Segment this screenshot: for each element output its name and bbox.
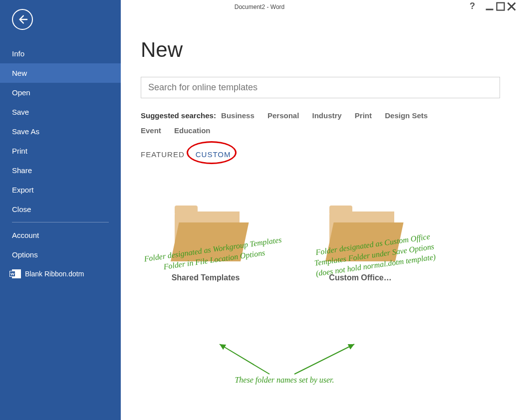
suggested-searches: Suggested searches: Business Personal In…: [141, 108, 499, 138]
main-panel: New Suggested searches: Business Persona…: [121, 0, 519, 420]
tab-featured[interactable]: FEATURED: [141, 147, 185, 162]
sidebar-item-new[interactable]: New: [0, 63, 121, 83]
window-title: Document2 - Word: [235, 3, 284, 10]
sidebar-item-print[interactable]: Print: [0, 141, 121, 161]
folder-custom-office[interactable]: Custom Office…: [310, 211, 410, 282]
search-box[interactable]: [141, 77, 500, 98]
suggested-link-personal[interactable]: Personal: [267, 111, 299, 120]
folder-caption: Custom Office…: [329, 273, 391, 282]
sidebar-item-saveas[interactable]: Save As: [0, 122, 121, 141]
word-file-icon: [12, 269, 21, 278]
page-title: New: [141, 38, 499, 62]
minimize-button[interactable]: [485, 2, 494, 11]
folder-caption: Shared Templates: [172, 273, 240, 282]
suggested-link-industry[interactable]: Industry: [312, 111, 342, 120]
help-icon[interactable]: ?: [470, 1, 475, 11]
folder-icon: [171, 211, 241, 261]
suggested-link-event[interactable]: Event: [141, 126, 161, 135]
sidebar-item-open[interactable]: Open: [0, 83, 121, 102]
search-input[interactable]: [148, 82, 493, 93]
folder-icon: [325, 211, 395, 261]
suggested-link-designsets[interactable]: Design Sets: [385, 111, 428, 120]
tab-custom-label: CUSTOM: [196, 150, 231, 159]
svg-rect-1: [497, 2, 505, 10]
sidebar-item-close[interactable]: Close: [0, 200, 121, 219]
sidebar-item-options[interactable]: Options: [0, 245, 121, 264]
sidebar-item-account[interactable]: Account: [0, 225, 121, 245]
sidebar: Info New Open Save Save As Print Share E…: [0, 0, 121, 420]
folders-row: Shared Templates Custom Office…: [156, 211, 499, 282]
sidebar-divider: [12, 222, 109, 222]
recent-file-label: Blank Ribbon.dotm: [25, 270, 84, 278]
suggested-label: Suggested searches:: [141, 111, 216, 120]
titlebar: Document2 - Word ?: [0, 0, 519, 14]
suggested-link-education[interactable]: Education: [174, 126, 211, 135]
sidebar-item-save[interactable]: Save: [0, 102, 121, 122]
sidebar-item-share[interactable]: Share: [0, 161, 121, 180]
tab-custom[interactable]: CUSTOM: [196, 147, 231, 162]
suggested-link-print[interactable]: Print: [355, 111, 372, 120]
template-tabs: FEATURED CUSTOM: [141, 147, 499, 162]
maximize-button[interactable]: [496, 2, 505, 11]
suggested-link-business[interactable]: Business: [221, 111, 255, 120]
folder-shared-templates[interactable]: Shared Templates: [156, 211, 256, 282]
sidebar-item-info[interactable]: Info: [0, 44, 121, 63]
recent-file[interactable]: Blank Ribbon.dotm: [0, 264, 121, 283]
sidebar-item-export[interactable]: Export: [0, 180, 121, 200]
window-controls: ?: [470, 1, 516, 11]
close-button[interactable]: [507, 2, 516, 11]
